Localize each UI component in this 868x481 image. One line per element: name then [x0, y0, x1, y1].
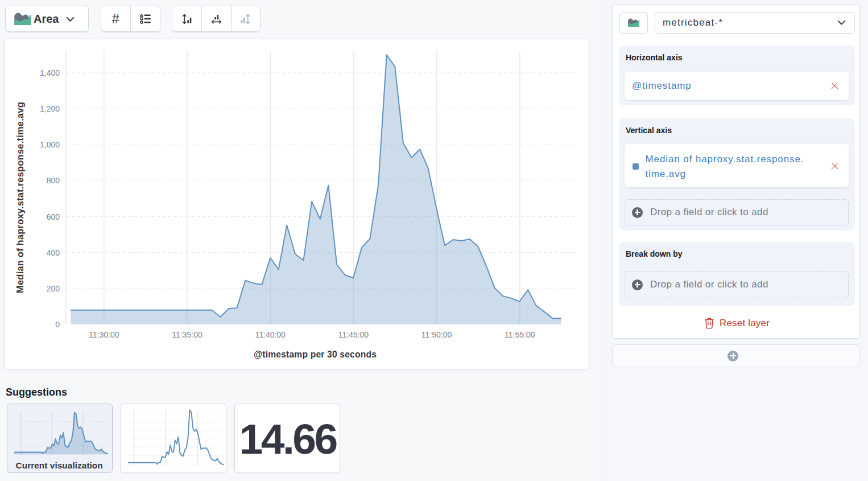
- svg-text:@timestamp per 30 seconds: @timestamp per 30 seconds: [254, 350, 377, 359]
- svg-text:1,400: 1,400: [40, 68, 60, 77]
- svg-text:200: 200: [47, 284, 60, 293]
- svg-text:800: 800: [47, 176, 60, 185]
- svg-text:1,200: 1,200: [40, 104, 60, 113]
- svg-text:11:35:00: 11:35:00: [172, 330, 202, 339]
- svg-text:400: 400: [47, 248, 60, 257]
- svg-text:11:30:00: 11:30:00: [89, 330, 119, 339]
- svg-text:11:45:00: 11:45:00: [338, 330, 369, 339]
- svg-text:Median of haproxy.stat.respons: Median of haproxy.stat.response.time.avg: [15, 102, 25, 293]
- svg-text:11:40:00: 11:40:00: [255, 330, 286, 339]
- svg-text:0: 0: [55, 320, 60, 329]
- svg-text:1,000: 1,000: [40, 140, 60, 149]
- svg-text:600: 600: [47, 212, 60, 221]
- svg-text:11:50:00: 11:50:00: [421, 330, 452, 339]
- svg-text:11:55:00: 11:55:00: [505, 330, 535, 339]
